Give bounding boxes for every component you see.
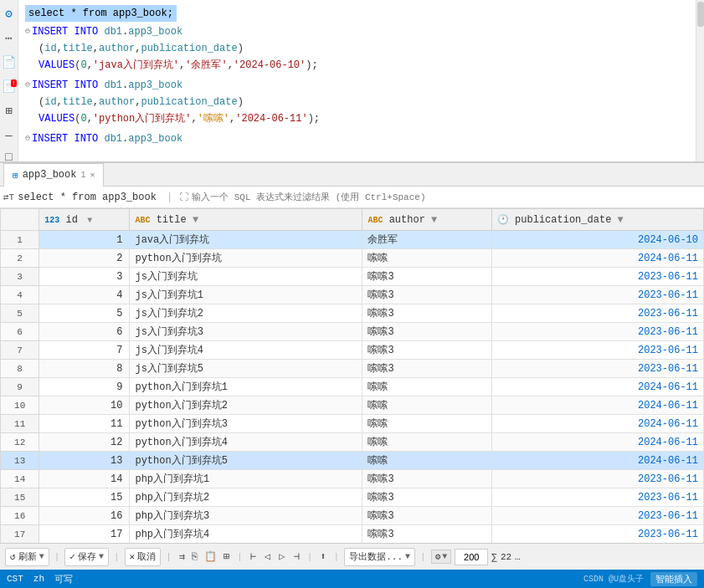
settings-dropdown-icon[interactable]: ▼ bbox=[442, 552, 447, 561]
row-number-cell: 15 bbox=[1, 488, 39, 507]
cell-id: 7 bbox=[39, 341, 130, 360]
scrollbar-thumb[interactable] bbox=[697, 2, 704, 27]
nav-grid-icon[interactable]: ⊞ bbox=[221, 550, 232, 564]
minus-icon[interactable]: — bbox=[2, 128, 17, 143]
table-header-row: 123 id ▼ ABC title ▼ ABC author ▼ bbox=[1, 209, 704, 231]
th-author[interactable]: ABC author ▼ bbox=[362, 209, 491, 231]
nav-paste-icon[interactable]: 📋 bbox=[202, 550, 219, 564]
cell-id: 9 bbox=[39, 378, 130, 396]
tab-app3-book[interactable]: ⊞ app3_book 1 ✕ bbox=[3, 163, 104, 187]
th-id[interactable]: 123 id ▼ bbox=[39, 209, 130, 231]
upload-icon[interactable]: ⬆ bbox=[317, 550, 328, 564]
table-row[interactable]: 3 3 js入门到弃坑 嗦嗦3 2023-06-11 bbox=[1, 268, 704, 286]
bottom-right-area: CSDN @U盘头子 智能插入 bbox=[583, 572, 697, 586]
table-row[interactable]: 13 13 python入门到弃坑5 嗦嗦 2024-06-11 bbox=[1, 452, 704, 470]
page-last-button[interactable]: ⊣ bbox=[291, 550, 302, 564]
th-id-label: id bbox=[66, 214, 78, 226]
page-next-button[interactable]: ▷ bbox=[276, 550, 287, 564]
nav-copy-icon[interactable]: ⎘ bbox=[189, 550, 200, 564]
structure-icon[interactable]: ⊞ bbox=[2, 104, 17, 118]
th-id-sort-icon[interactable]: ▼ bbox=[87, 216, 92, 225]
cancel-button[interactable]: ✕ 取消 bbox=[125, 548, 162, 566]
th-publication-date[interactable]: 🕐 publication_date ▼ bbox=[491, 209, 703, 231]
cell-author: 嗦嗦3 bbox=[362, 525, 491, 544]
cell-date: 2024-06-11 bbox=[491, 452, 703, 470]
cell-title: python入门到弃坑2 bbox=[130, 396, 362, 415]
cell-id: 14 bbox=[39, 470, 130, 488]
cell-date: 2023-06-11 bbox=[491, 341, 703, 360]
th-date-filter-icon[interactable]: ▼ bbox=[618, 214, 624, 226]
row-number-cell: 13 bbox=[1, 452, 39, 470]
cell-date: 2023-06-11 bbox=[491, 525, 703, 544]
cell-id: 3 bbox=[39, 268, 130, 286]
data-table-container: 123 id ▼ ABC title ▼ ABC author ▼ bbox=[0, 208, 704, 543]
cell-date: 2024-06-11 bbox=[491, 378, 703, 396]
table-row[interactable]: 14 14 php入门到弃坑1 嗦嗦3 2023-06-11 bbox=[1, 470, 704, 488]
refresh-dropdown-icon[interactable]: ▼ bbox=[39, 552, 44, 561]
table-row[interactable]: 16 16 php入门到弃坑3 嗦嗦3 2023-06-11 bbox=[1, 507, 704, 525]
table-row[interactable]: 6 6 js入门到弃坑3 嗦嗦3 2023-06-11 bbox=[1, 323, 704, 341]
cell-id: 1 bbox=[39, 231, 130, 249]
sep3: | bbox=[166, 552, 172, 562]
square-icon[interactable]: □ bbox=[2, 150, 17, 163]
count-icon: ∑ bbox=[491, 552, 497, 562]
save-button[interactable]: ✓ 保存 ▼ bbox=[64, 548, 109, 566]
dots-icon[interactable]: ⋯ bbox=[2, 31, 17, 45]
fold-icon-1[interactable]: ⊖ bbox=[25, 24, 30, 39]
row-number-cell: 12 bbox=[1, 433, 39, 452]
row-number-cell: 9 bbox=[1, 378, 39, 396]
cell-id: 10 bbox=[39, 396, 130, 415]
csdn-watermark: CSDN @U盘头子 bbox=[583, 573, 644, 585]
file-icon[interactable]: 📄 bbox=[2, 55, 17, 69]
table-row[interactable]: 17 17 php入门到弃坑4 嗦嗦3 2023-06-11 bbox=[1, 525, 704, 544]
cell-date: 2023-06-11 bbox=[491, 304, 703, 323]
cell-author: 嗦嗦3 bbox=[362, 304, 491, 323]
table-row[interactable]: 8 8 js入门到弃坑5 嗦嗦3 2023-06-11 bbox=[1, 360, 704, 378]
row-number-cell: 8 bbox=[1, 360, 39, 378]
sidebar-panel: ⚙ ⋯ 📄 📄! ⊞ — □ bbox=[0, 0, 18, 161]
th-author-type-icon: ABC bbox=[367, 216, 383, 225]
table-row[interactable]: 9 9 python入门到弃坑1 嗦嗦 2024-06-11 bbox=[1, 378, 704, 396]
cell-title: python入门到弃坑1 bbox=[130, 378, 362, 396]
limit-input[interactable] bbox=[455, 549, 488, 565]
cell-author: 嗦嗦3 bbox=[362, 286, 491, 304]
file-badge-icon[interactable]: 📄! bbox=[2, 79, 17, 94]
table-row[interactable]: 10 10 python入门到弃坑2 嗦嗦 2024-06-11 bbox=[1, 396, 704, 415]
table-row[interactable]: 1 1 java入门到弃坑 余胜军 2024-06-10 bbox=[1, 231, 704, 249]
table-row[interactable]: 12 12 python入门到弃坑4 嗦嗦 2024-06-11 bbox=[1, 433, 704, 452]
export-dropdown-icon[interactable]: ▼ bbox=[405, 552, 410, 561]
settings-button[interactable]: ⚙ ▼ bbox=[431, 550, 452, 564]
filter-query-display: select * from app3_book bbox=[18, 192, 157, 203]
selected-query-line[interactable]: select * from app3_book; bbox=[18, 3, 696, 23]
cell-author: 嗦嗦3 bbox=[362, 488, 491, 507]
nav-transfer-icon[interactable]: ⇉ bbox=[177, 550, 188, 564]
table-row[interactable]: 11 11 python入门到弃坑3 嗦嗦 2024-06-11 bbox=[1, 415, 704, 433]
fold-icon-3[interactable]: ⊖ bbox=[25, 131, 30, 146]
table-row[interactable]: 15 15 php入门到弃坑2 嗦嗦3 2023-06-11 bbox=[1, 488, 704, 507]
cell-id: 5 bbox=[39, 304, 130, 323]
page-first-button[interactable]: ⊢ bbox=[248, 550, 259, 564]
table-row[interactable]: 5 5 js入门到弃坑2 嗦嗦3 2023-06-11 bbox=[1, 304, 704, 323]
table-row[interactable]: 2 2 python入门到弃坑 嗦嗦 2024-06-11 bbox=[1, 249, 704, 268]
th-title-filter-icon[interactable]: ▼ bbox=[193, 214, 198, 226]
row-number-cell: 14 bbox=[1, 470, 39, 488]
gear-icon[interactable]: ⚙ bbox=[2, 7, 17, 21]
row-number-cell: 3 bbox=[1, 268, 39, 286]
expand-icon[interactable]: ⛶ bbox=[179, 192, 188, 202]
table-row[interactable]: 4 4 js入门到弃坑1 嗦嗦3 2023-06-11 bbox=[1, 286, 704, 304]
refresh-button[interactable]: ↺ 刷新 ▼ bbox=[5, 548, 49, 566]
cell-date: 2023-06-11 bbox=[491, 360, 703, 378]
writable-label: 可写 bbox=[54, 573, 73, 585]
th-title[interactable]: ABC title ▼ bbox=[130, 209, 362, 231]
fold-icon-2[interactable]: ⊖ bbox=[25, 78, 30, 93]
table-row[interactable]: 7 7 js入门到弃坑4 嗦嗦3 2023-06-11 bbox=[1, 341, 704, 360]
cell-author: 嗦嗦3 bbox=[362, 323, 491, 341]
save-dropdown-icon[interactable]: ▼ bbox=[99, 552, 104, 561]
page-prev-button[interactable]: ◁ bbox=[262, 550, 273, 564]
filter-input[interactable] bbox=[192, 192, 701, 202]
th-author-filter-icon[interactable]: ▼ bbox=[431, 214, 437, 226]
export-button[interactable]: 导出数据... ▼ bbox=[344, 548, 415, 566]
tab-close-button[interactable]: ✕ bbox=[90, 170, 95, 180]
cell-author: 嗦嗦 bbox=[362, 378, 491, 396]
cell-id: 2 bbox=[39, 249, 130, 268]
